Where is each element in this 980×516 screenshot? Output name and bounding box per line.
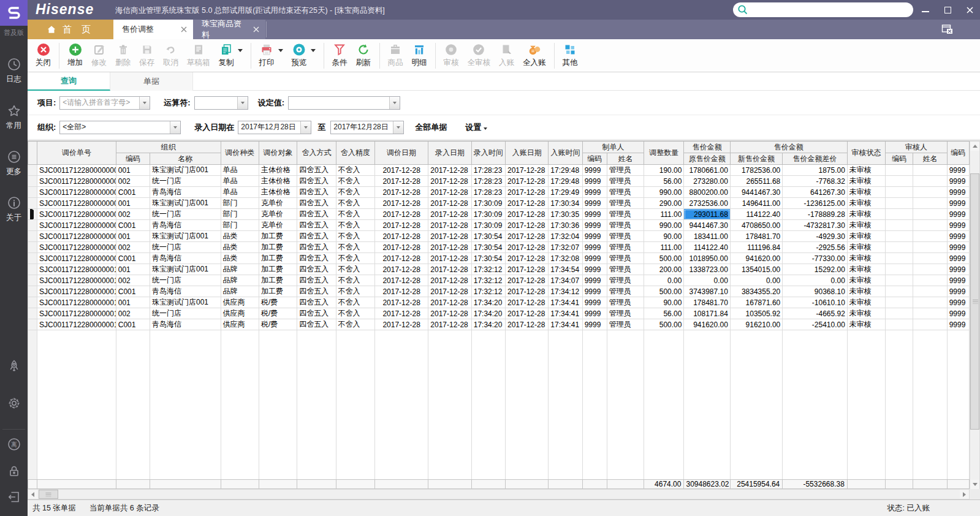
cell-kind[interactable]: 品牌 (221, 275, 259, 286)
cell-status[interactable]: 未审核 (847, 275, 885, 286)
cell-adj-date[interactable]: 2017-12-28 (374, 231, 428, 242)
col-header-new-amt[interactable]: 新售价金额 (730, 153, 782, 165)
cell-target[interactable]: 加工费 (259, 253, 297, 264)
cell-extra-code[interactable]: 9999 (947, 209, 969, 220)
cell-new-amt[interactable]: 3834355.20 (730, 286, 782, 297)
cell-round-prec[interactable]: 不舍入 (336, 286, 374, 297)
cell-qty[interactable]: 90.00 (644, 297, 684, 308)
cell-maker-code[interactable]: 9999 (582, 319, 607, 330)
cell-diff-amt[interactable]: -4929.30 (783, 231, 848, 242)
cell-qty[interactable]: 56.00 (644, 308, 684, 319)
row-selector[interactable] (28, 165, 37, 176)
cell-acct-date[interactable]: 2017-12-28 (505, 264, 548, 275)
cell-extra-code[interactable]: 9999 (947, 231, 969, 242)
cell-diff-amt[interactable]: -1236125.00 (783, 198, 848, 209)
cell-org-name[interactable]: 统一门店 (150, 176, 221, 187)
cell-extra-code[interactable]: 9999 (947, 297, 969, 308)
toolbar-button-account-all[interactable]: 全入账 (518, 42, 550, 69)
cell-maker-name[interactable]: 管理员 (607, 286, 644, 297)
cell-new-amt[interactable]: 0.00 (730, 275, 782, 286)
cell-round-mode[interactable]: 四舍五入 (297, 165, 336, 176)
combo-dropdown-icon[interactable] (139, 97, 150, 109)
cell-maker-code[interactable]: 9999 (582, 187, 607, 198)
row-selector[interactable] (28, 198, 37, 209)
toolbar-button-refresh[interactable]: 刷新 (352, 42, 376, 69)
cell-diff-amt[interactable]: -10610.10 (783, 297, 848, 308)
cell-auditor-name[interactable] (913, 242, 947, 253)
cell-round-prec[interactable]: 不舍入 (336, 308, 374, 319)
cell-acct-time[interactable]: 17:34:41 (549, 319, 582, 330)
cell-status[interactable]: 未审核 (847, 264, 885, 275)
cell-entry-time[interactable]: 17:30:09 (471, 220, 505, 231)
cell-entry-time[interactable]: 17:30:54 (471, 253, 505, 264)
cell-maker-name[interactable]: 管理员 (607, 308, 644, 319)
cell-diff-amt[interactable]: 0.00 (783, 275, 848, 286)
row-selector[interactable] (28, 319, 37, 330)
cell-qty[interactable]: 111.00 (644, 209, 684, 220)
cell-entry-date[interactable]: 2017-12-28 (428, 319, 471, 330)
cell-qty[interactable]: 56.00 (644, 176, 684, 187)
cell-maker-name[interactable]: 管理员 (607, 275, 644, 286)
cell-adj-date[interactable]: 2017-12-28 (374, 209, 428, 220)
sidebar-item-about[interactable]: 关于 (0, 195, 28, 223)
tab-query[interactable]: 查询 (28, 72, 110, 91)
item-combo[interactable]: <请输入拼音首字母> (59, 96, 150, 110)
cell-acct-date[interactable]: 2017-12-28 (505, 297, 548, 308)
cell-kind[interactable]: 供应商 (221, 308, 259, 319)
close-all-windows-icon[interactable] (941, 24, 953, 37)
cell-round-mode[interactable]: 四舍五入 (297, 209, 336, 220)
cell-adj-date[interactable]: 2017-12-28 (374, 176, 428, 187)
cell-new-amt[interactable]: 178481.70 (730, 231, 782, 242)
cell-org-code[interactable]: C001 (116, 253, 150, 264)
cell-kind[interactable]: 品类 (221, 253, 259, 264)
cell-round-mode[interactable]: 四舍五入 (297, 187, 336, 198)
dropdown-arrow-icon[interactable] (238, 49, 243, 52)
cell-acct-date[interactable]: 2017-12-28 (505, 209, 548, 220)
cell-target[interactable]: 克单价 (259, 198, 297, 209)
cell-round-prec[interactable]: 不舍入 (336, 297, 374, 308)
close-window-button[interactable] (965, 6, 974, 14)
cell-qty[interactable]: 500.00 (644, 319, 684, 330)
cell-round-mode[interactable]: 四舍五入 (297, 253, 336, 264)
cell-kind[interactable]: 品牌 (221, 286, 259, 297)
cell-doc-no[interactable]: SJC00117122800000008 (37, 242, 116, 253)
cell-maker-code[interactable]: 9999 (582, 220, 607, 231)
sidebar-item-favorites[interactable]: 常用 (0, 103, 28, 131)
cell-entry-date[interactable]: 2017-12-28 (428, 209, 471, 220)
cell-acct-date[interactable]: 2017-12-28 (505, 176, 548, 187)
cell-diff-amt[interactable]: 90368.10 (783, 286, 848, 297)
col-header-org-group[interactable]: 组织 (116, 142, 221, 153)
cell-round-mode[interactable]: 四舍五入 (297, 275, 336, 286)
cell-acct-time[interactable]: 17:30:34 (549, 198, 582, 209)
cell-doc-no[interactable]: SJC00117122800000009 (37, 253, 116, 264)
col-header-doc-no[interactable]: 调价单号 (37, 142, 116, 165)
row-selector[interactable] (28, 308, 37, 319)
cell-extra-code[interactable]: 9999 (947, 253, 969, 264)
cell-org-code[interactable]: 001 (116, 297, 150, 308)
cell-doc-no[interactable]: SJC00117122800000007 (37, 231, 116, 242)
combo-dropdown-icon[interactable] (393, 121, 403, 134)
cell-old-amt[interactable]: 0.00 (684, 275, 730, 286)
cell-entry-date[interactable]: 2017-12-28 (428, 187, 471, 198)
cell-org-code[interactable]: 002 (116, 209, 150, 220)
cell-status[interactable]: 未审核 (847, 165, 885, 176)
cell-entry-date[interactable]: 2017-12-28 (428, 275, 471, 286)
cell-diff-amt[interactable]: -4665.92 (783, 308, 848, 319)
cell-acct-time[interactable]: 17:34:12 (549, 286, 582, 297)
cell-new-amt[interactable]: 916210.00 (730, 319, 782, 330)
cell-kind[interactable]: 单品 (221, 187, 259, 198)
cell-entry-time[interactable]: 17:30:54 (471, 242, 505, 253)
vertical-scrollbar[interactable] (970, 141, 980, 490)
cell-auditor-code[interactable] (886, 264, 913, 275)
cell-auditor-name[interactable] (913, 209, 947, 220)
cell-round-mode[interactable]: 四舍五入 (297, 319, 336, 330)
cell-maker-name[interactable]: 管理员 (607, 297, 644, 308)
cell-maker-code[interactable]: 9999 (582, 275, 607, 286)
cell-acct-time[interactable]: 17:29:48 (549, 176, 582, 187)
cell-auditor-code[interactable] (886, 176, 913, 187)
cell-qty[interactable]: 200.00 (644, 264, 684, 275)
cell-adj-date[interactable]: 2017-12-28 (374, 319, 428, 330)
cell-round-prec[interactable]: 不舍入 (336, 242, 374, 253)
app-logo[interactable] (0, 0, 28, 26)
cell-new-amt[interactable]: 103505.92 (730, 308, 782, 319)
